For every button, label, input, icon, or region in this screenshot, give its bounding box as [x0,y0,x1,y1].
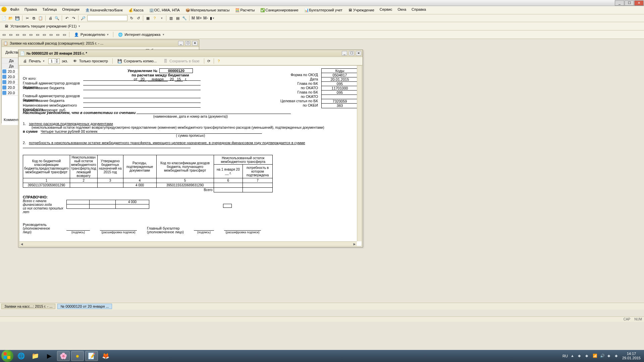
refresh-doc-icon[interactable]: ⟳ [206,58,212,64]
memory-dropdown[interactable]: ▮ [209,15,215,21]
save-icon[interactable]: 💾 [15,15,20,21]
task-1c[interactable]: ● [71,351,84,361]
pane3-icon[interactable]: ▭ [15,32,20,37]
tray-lang[interactable]: RU [562,354,568,358]
filter-icon[interactable]: ▦ [145,15,151,21]
pane2-icon[interactable]: ▭ [8,32,13,37]
horizontal-scrollbar[interactable]: ◄ ► [19,241,357,246]
cut-icon[interactable]: ✂ [24,15,30,21]
pane6-icon[interactable]: ▭ [35,32,40,37]
tray-sound-icon[interactable]: 🔊 [600,354,605,358]
doc-maximize-button[interactable]: ☐ [349,51,354,56]
menu-table[interactable]: Таблица [40,7,59,13]
task-icq[interactable]: 🌸 [57,351,70,361]
grid1-icon[interactable]: ▥ [168,15,174,21]
pane4-icon[interactable]: ▭ [21,32,27,37]
save-db-button[interactable]: 🗄 Сохранить в базе [160,58,202,64]
search-combo[interactable] [87,15,127,21]
list-window-titlebar[interactable]: 📋 Заявки на кассовый расход (сокращенные… [2,40,199,47]
props-icon[interactable]: 🔧 [182,15,187,21]
manager-button[interactable]: 👤 Руководителю [71,31,111,38]
task-media[interactable]: ▶ [43,351,56,361]
mdi-tab-list[interactable]: Заявки на касс...: 2015 г. - ... [1,304,55,309]
preview-icon[interactable]: 🔍 [54,15,60,21]
menu-edit[interactable]: Правка [22,7,39,13]
svg-rect-1 [7,352,10,355]
copies-spinner[interactable]: ▲▼ [48,58,60,64]
list-maximize-button[interactable]: ☐ [185,41,191,46]
spin-up[interactable]: ▲ [55,59,59,61]
memory-m[interactable]: M [192,16,195,20]
menu-assets[interactable]: 🏢ОС, НМА, НПА [147,7,182,13]
menu-service[interactable]: Сервис [378,7,394,13]
print-button[interactable]: 🖨 Печать [20,58,47,64]
memory-mminus[interactable]: M- [203,16,208,20]
menu-calc[interactable]: 🧮Расчеты [233,7,257,13]
scroll-right-icon[interactable]: ► [352,242,357,246]
task-ie[interactable]: 🌐 [15,351,28,361]
menu-operations[interactable]: Операции [60,7,81,13]
tray-network-icon[interactable]: 📶 [593,354,597,358]
paste-icon[interactable]: 📋 [38,15,43,21]
menu-help[interactable]: Справка [410,7,428,13]
view-only-button[interactable]: 👁 Только просмотр [70,58,110,64]
menu-accounting[interactable]: 📊Бухгалтерский учет [302,7,344,13]
copy-icon[interactable]: ⧉ [31,15,37,21]
pane8-icon[interactable]: ▭ [48,32,54,37]
start-button[interactable] [1,350,13,362]
pane9-icon[interactable]: ▭ [55,32,60,37]
task-explorer[interactable]: 📁 [29,351,42,361]
os-minimize-button[interactable]: _ [615,0,624,6]
menu-treasury[interactable]: 🏦Казначейство/Банк [83,7,125,13]
menu-windows[interactable]: Окна [395,7,408,13]
list-minimize-button[interactable]: _ [178,41,183,46]
pane7-icon[interactable]: ▭ [42,32,47,37]
vertical-scrollbar[interactable] [357,66,362,241]
print-icon[interactable]: 🖨 [48,15,53,21]
doc-minimize-button[interactable]: _ [342,51,347,56]
tray-app2-icon[interactable]: ◆ [585,354,590,358]
document-titlebar[interactable]: 📄 № 00000120 от 20 января 2015 г. * _ ☐ … [18,50,363,57]
menu-cash[interactable]: 💰Касса [126,7,146,13]
copies-input[interactable] [49,59,55,63]
os-maximize-button[interactable]: ☐ [625,0,634,6]
mdi-tab-document[interactable]: № 00000120 от 20 января ... [57,304,112,309]
os-close-button[interactable]: ✕ [634,0,644,6]
menu-file[interactable]: Файл [8,7,21,13]
tray-clock[interactable]: 14:17 29.01.2015 [622,352,641,360]
doc-close-button[interactable]: ✕ [356,51,361,56]
menu-org[interactable]: 🏛Учреждение [346,7,376,13]
pane5-icon[interactable]: ▭ [28,32,34,37]
grid2-icon[interactable]: ▤ [175,15,180,21]
help-dropdown[interactable] [159,15,164,21]
spin-down[interactable]: ▼ [55,61,59,63]
help-doc-icon[interactable]: ? [216,58,221,64]
search-icon[interactable]: 🔎 [80,15,86,21]
open-icon[interactable]: 📂 [8,15,13,21]
memory-mplus[interactable]: M+ [196,16,202,20]
refresh-right-icon[interactable]: ↺ [136,15,141,21]
tray-app4-icon[interactable]: ◆ [615,354,620,358]
r-okato2: по ОКАТО [278,95,318,99]
tray-app1-icon[interactable]: ◆ [578,354,583,358]
tray-flag-icon[interactable]: ▲ [571,354,575,358]
new-icon[interactable]: 📄 [1,15,7,21]
refresh-left-icon[interactable]: ↻ [129,15,134,21]
pane10-icon[interactable]: ▭ [62,32,67,37]
list-close-button[interactable]: ✕ [192,41,198,46]
redo-icon[interactable]: ↷ [71,15,76,21]
task-notes[interactable]: 📝 [85,351,98,361]
scroll-left-icon[interactable]: ◄ [19,242,24,246]
task-firefox[interactable]: 🦊 [99,351,112,361]
menu-assets-label: ОС, НМА, НПА [154,8,180,12]
help-icon[interactable]: ? [152,15,157,21]
menu-materials[interactable]: 📦Материальные запасы [183,7,232,13]
internet-support-button[interactable]: 🌐 Интернет-поддержка [115,31,166,38]
set-current-org-button[interactable]: 🏛 Установить текущее учреждение (F11) [1,23,83,29]
menu-sanction[interactable]: ✅Санкционирование [258,7,300,13]
pane1-icon[interactable]: ▭ [1,32,7,37]
undo-icon[interactable]: ↶ [64,15,69,21]
code-okud: 0504817 [322,73,358,77]
tray-app3-icon[interactable]: ◆ [607,354,612,358]
save-copy-button[interactable]: 💾 Сохранить копию... [115,58,159,64]
